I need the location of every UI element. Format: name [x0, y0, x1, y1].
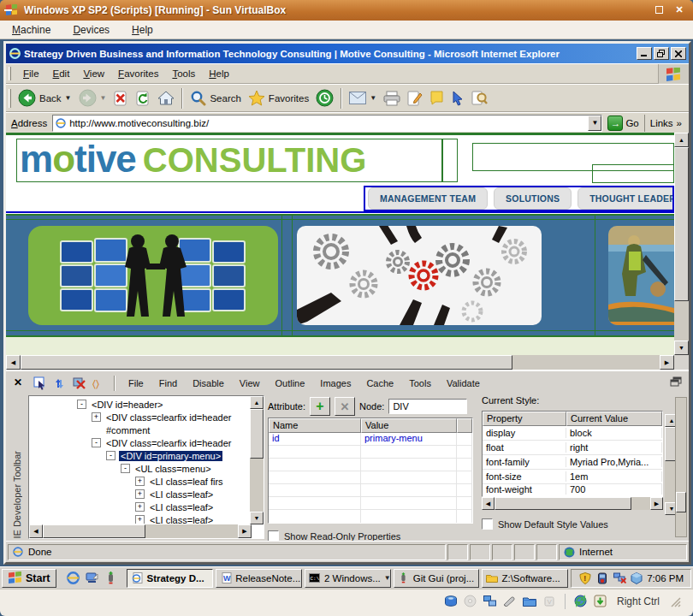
- vbox-mouse-integration-icon[interactable]: [574, 595, 588, 608]
- device-status-icon[interactable]: [595, 572, 609, 585]
- mail-button[interactable]: ▼: [346, 90, 380, 106]
- vbox-shared-folder-icon[interactable]: [523, 595, 536, 608]
- devmenu-disable[interactable]: Disable: [185, 376, 232, 391]
- col-header-property[interactable]: Property: [483, 412, 566, 426]
- nav-tab-thought-leadership[interactable]: THOUGHT LEADERSHIP: [578, 187, 674, 210]
- forward-button[interactable]: ▼: [75, 87, 110, 109]
- vbox-maximize-button[interactable]: [651, 3, 668, 17]
- security-shield-icon[interactable]: !: [578, 572, 592, 585]
- favorites-button[interactable]: Favorites: [245, 88, 312, 108]
- vbox-hdd-icon[interactable]: [444, 595, 458, 608]
- devmenu-view[interactable]: View: [232, 376, 268, 391]
- scroll-up-icon[interactable]: ▲: [674, 133, 689, 147]
- expand-icon[interactable]: -: [77, 400, 86, 409]
- stop-button[interactable]: [110, 89, 132, 108]
- vbox-cd-icon[interactable]: [464, 595, 477, 608]
- ie-close-button[interactable]: [671, 47, 686, 60]
- ie-menu-tools[interactable]: Tools: [165, 66, 202, 81]
- mail-dropdown-icon[interactable]: ▼: [370, 94, 376, 102]
- tree-node[interactable]: +<DIV class=clearfix id=header: [31, 411, 249, 424]
- show-desktop-icon[interactable]: [85, 572, 98, 585]
- devmenu-find[interactable]: Find: [151, 376, 185, 391]
- dom-tree-panel[interactable]: -<DIV id=header> +<DIV class=clearfix id…: [28, 395, 264, 539]
- start-button[interactable]: Start: [2, 569, 56, 588]
- ie-restore-button[interactable]: [654, 47, 669, 60]
- tray-clock[interactable]: 7:06 PM: [647, 573, 684, 583]
- virtualbox-tray-icon[interactable]: [630, 572, 643, 585]
- ie-minimize-button[interactable]: [637, 47, 652, 60]
- toolbar-grip[interactable]: [9, 89, 11, 108]
- devmenu-tools[interactable]: Tools: [401, 376, 439, 391]
- vbox-menu-help[interactable]: Help: [132, 24, 153, 36]
- quicklaunch-ie-icon[interactable]: [66, 572, 80, 585]
- view-source-icon[interactable]: 〈〉: [90, 375, 108, 392]
- address-dropdown-icon[interactable]: ▼: [588, 116, 601, 131]
- expand-icon[interactable]: +: [135, 477, 145, 486]
- tree-node[interactable]: +<LI class=leaf>: [31, 488, 249, 500]
- tree-vertical-scrollbar[interactable]: ▲ ▼: [250, 396, 264, 524]
- expand-icon[interactable]: -: [121, 464, 130, 473]
- ie-menu-file[interactable]: File: [16, 66, 46, 81]
- links-chevron-icon[interactable]: »: [677, 118, 682, 128]
- motive-consulting-logo[interactable]: motiveCONSULTING: [20, 139, 366, 180]
- refresh-button[interactable]: [132, 89, 154, 108]
- vbox-autoresize-icon[interactable]: [594, 595, 607, 608]
- scroll-left-icon[interactable]: ◀: [6, 355, 21, 370]
- add-attribute-button[interactable]: +: [310, 397, 330, 416]
- ie-menu-edit[interactable]: Edit: [46, 66, 77, 81]
- home-button[interactable]: [154, 89, 178, 108]
- unpin-window-icon[interactable]: [670, 376, 682, 387]
- scroll-right-icon[interactable]: ▶: [650, 497, 663, 510]
- gears-and-hands-image[interactable]: [297, 226, 542, 325]
- vbox-menu-machine[interactable]: Machine: [12, 24, 50, 36]
- default-style-checkbox[interactable]: [482, 518, 493, 530]
- search-button[interactable]: Search: [187, 88, 244, 108]
- scroll-up-icon[interactable]: ▲: [250, 396, 264, 409]
- taskbutton-releasenote[interactable]: W ReleaseNote...: [216, 569, 302, 588]
- taskbutton-windows-group[interactable]: C:\ 2 Windows... ▼: [305, 569, 391, 588]
- research-button[interactable]: [468, 88, 491, 108]
- back-dropdown-icon[interactable]: ▼: [65, 94, 72, 102]
- style-row[interactable]: displayblock: [483, 426, 662, 441]
- devbar-outer-scrollbar[interactable]: [675, 397, 687, 537]
- address-input[interactable]: [67, 118, 588, 128]
- tree-node[interactable]: -<DIV class=clearfix id=header: [31, 436, 249, 449]
- expand-icon[interactable]: +: [92, 412, 101, 422]
- scroll-down-icon[interactable]: ▼: [674, 341, 689, 355]
- tree-node-selected[interactable]: -<DIV id=primary-menu>: [31, 449, 249, 462]
- ie-menu-help[interactable]: Help: [202, 66, 236, 81]
- refresh-dom-icon[interactable]: [50, 375, 68, 392]
- taskbutton-gitgui[interactable]: Git Gui (proj...: [394, 569, 480, 588]
- git-quicklaunch-icon[interactable]: [104, 572, 117, 585]
- edit-button[interactable]: [404, 89, 426, 108]
- links-toolbar[interactable]: Links »: [644, 115, 689, 132]
- col-header-value[interactable]: Value: [361, 418, 457, 433]
- delete-attribute-button[interactable]: ✕: [335, 397, 355, 416]
- vbox-close-button[interactable]: ✕: [671, 3, 688, 17]
- tree-node[interactable]: -<DIV id=header>: [31, 398, 249, 411]
- tree-node[interactable]: +<LI class=leaf firs: [31, 475, 249, 488]
- attribute-row[interactable]: id primary-menu: [269, 433, 472, 446]
- page-horizontal-scrollbar[interactable]: ◀ ▶: [6, 355, 674, 370]
- dragon-boat-rowers-image[interactable]: [608, 226, 674, 325]
- horizontal-scroll-thumb[interactable]: [21, 355, 512, 370]
- devtoolbar-close-icon[interactable]: ✕: [11, 376, 25, 390]
- vbox-serial-icon[interactable]: [503, 595, 517, 608]
- taskbutton-zdrive[interactable]: Z:\Software...: [482, 569, 568, 588]
- vbox-menu-devices[interactable]: Devices: [73, 24, 110, 36]
- tree-node[interactable]: -<UL class=menu>: [31, 462, 249, 475]
- taskbutton-strategy[interactable]: Strategy D...: [127, 569, 213, 588]
- tree-node[interactable]: +<LI class=leaf>: [31, 500, 249, 513]
- print-button[interactable]: [380, 89, 404, 108]
- group-dropdown-icon[interactable]: ▼: [384, 574, 391, 582]
- vbox-network-icon[interactable]: [483, 595, 497, 608]
- go-button[interactable]: → Go: [607, 116, 638, 131]
- pointer-button[interactable]: [447, 89, 468, 108]
- expand-icon[interactable]: -: [92, 438, 101, 447]
- select-element-icon[interactable]: [31, 375, 49, 392]
- scroll-left-icon[interactable]: ◀: [29, 524, 43, 538]
- history-button[interactable]: [312, 87, 337, 109]
- vbox-vt-chip-icon[interactable]: V: [542, 595, 556, 608]
- scroll-right-icon[interactable]: ▶: [660, 355, 674, 370]
- ie-menu-view[interactable]: View: [76, 66, 111, 81]
